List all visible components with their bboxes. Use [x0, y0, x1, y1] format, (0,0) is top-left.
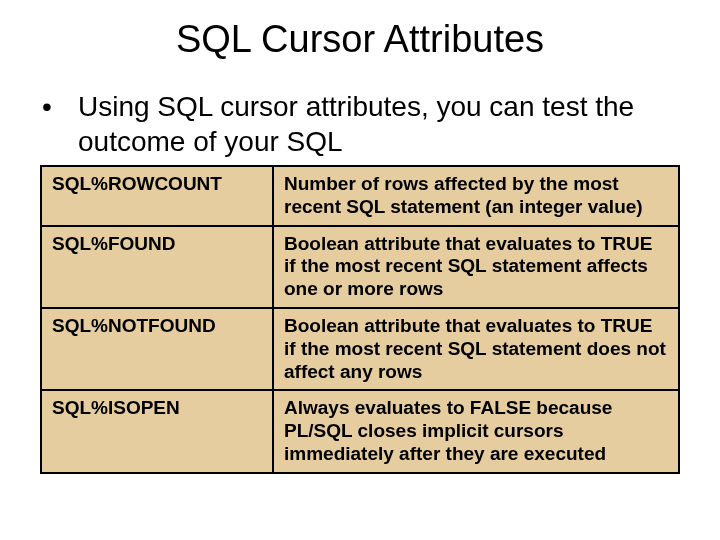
attr-name: SQL%ROWCOUNT	[41, 166, 273, 226]
table-row: SQL%FOUND Boolean attribute that evaluat…	[41, 226, 679, 308]
bullet-content: Using SQL cursor attributes, you can tes…	[78, 91, 634, 157]
attr-desc: Always evaluates to FALSE because PL/SQL…	[273, 390, 679, 472]
attr-desc: Boolean attribute that evaluates to TRUE…	[273, 308, 679, 390]
slide-title: SQL Cursor Attributes	[0, 18, 720, 61]
attr-desc: Number of rows affected by the most rece…	[273, 166, 679, 226]
attributes-table: SQL%ROWCOUNT Number of rows affected by …	[40, 165, 680, 474]
attr-desc: Boolean attribute that evaluates to TRUE…	[273, 226, 679, 308]
attr-name: SQL%NOTFOUND	[41, 308, 273, 390]
table-row: SQL%ISOPEN Always evaluates to FALSE bec…	[41, 390, 679, 472]
bullet-text: • Using SQL cursor attributes, you can t…	[60, 89, 680, 159]
table-row: SQL%NOTFOUND Boolean attribute that eval…	[41, 308, 679, 390]
table-row: SQL%ROWCOUNT Number of rows affected by …	[41, 166, 679, 226]
attr-name: SQL%ISOPEN	[41, 390, 273, 472]
slide: SQL Cursor Attributes • Using SQL cursor…	[0, 18, 720, 540]
attr-name: SQL%FOUND	[41, 226, 273, 308]
